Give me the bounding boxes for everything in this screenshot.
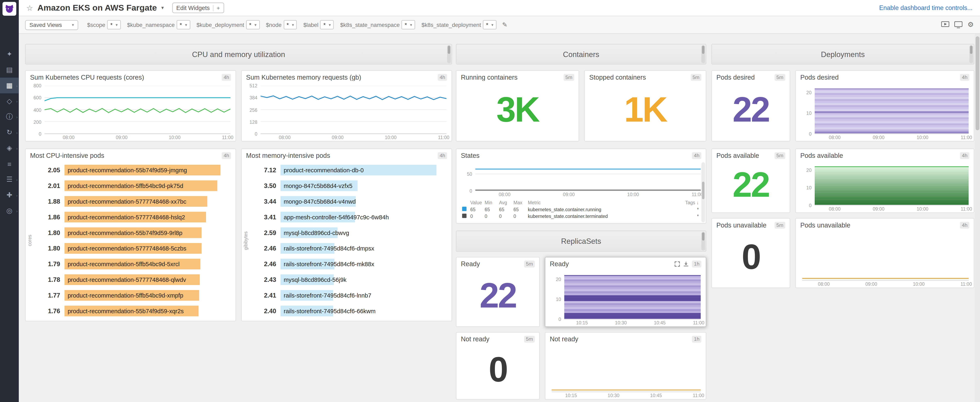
sidebar-item-security[interactable]: ✚› (0, 187, 19, 203)
y-axis (546, 348, 552, 392)
variable-value-dropdown[interactable]: *▾ (246, 20, 259, 29)
group-header-replicasets[interactable]: ReplicaSets (456, 231, 706, 252)
toplist-row[interactable]: 3.50mongo-847c5b68d4-vzfx5 (250, 180, 436, 191)
sidebar-item-apm[interactable]: ◈› (0, 140, 19, 156)
tv-mode-icon[interactable] (955, 21, 963, 28)
favorite-star-icon[interactable]: ☆ (26, 3, 33, 12)
plot-area[interactable] (261, 86, 447, 134)
group-scrollbar[interactable] (701, 232, 705, 250)
toplist-row[interactable]: 1.80product-recommendation-5777748468-5c… (34, 243, 221, 254)
plot-area[interactable] (815, 164, 969, 206)
widget-pd_qv[interactable]: Pods desired5m22 (711, 70, 790, 142)
toplist-row[interactable]: 1.88product-recommendation-5777748468-xx… (34, 196, 221, 207)
widget-pu_ts[interactable]: Pods unavailable4h08:0009:0010:0011:00 (795, 218, 975, 288)
sidebar-item-help[interactable]: ◎› (0, 203, 19, 219)
toplist-row[interactable]: 2.41rails-storefront-7495d84cf6-lnnb7 (250, 290, 436, 301)
dashboard-title[interactable]: Amazon EKS on AWS Fargate (37, 3, 157, 13)
y-tick-label: 512 (250, 83, 257, 89)
widget-pu_qv[interactable]: Pods unavailable5m0 (711, 218, 790, 288)
variable-value-dropdown[interactable]: *▾ (402, 20, 415, 29)
variable-value-dropdown[interactable]: *▾ (483, 20, 496, 29)
plot-area[interactable] (475, 164, 701, 191)
widget-ready_ts[interactable]: Ready1h0102010:1510:3010:4511:00 (545, 257, 706, 327)
sidebar-item-integrations[interactable]: ↻› (0, 124, 19, 140)
edit-widgets-button[interactable]: Edit Widgets + (172, 2, 224, 13)
presentation-mode-icon[interactable] (941, 21, 950, 28)
enable-time-controls-link[interactable]: Enable dashboard time controls... (879, 5, 972, 11)
variable-value-dropdown[interactable]: *▾ (320, 20, 334, 29)
widget-notready_qv[interactable]: Not ready5m0 (456, 332, 540, 400)
saved-views-dropdown[interactable]: Saved Views ▾ (25, 20, 78, 30)
edit-variables-pencil-icon[interactable]: ✎ (502, 21, 508, 28)
widget-pd_ts[interactable]: Pods desired4h0102008:0009:0010:0011:00 (795, 70, 975, 142)
sidebar: ✦▤▦›◇›ⓘ›↻›◈›≡☰›✚›◎› (0, 0, 19, 402)
toplist-row[interactable]: 2.59mysql-b8cd896cd-cbwvg (250, 228, 436, 238)
plot-area[interactable] (564, 273, 701, 319)
widget-cpu_requests[interactable]: Sum Kubernetes CPU requests (cores)4h020… (25, 70, 236, 142)
toplist-row[interactable]: 3.41app-mesh-controller-54f6497c9c-6w84h (250, 212, 436, 222)
chart-legend: ValueMinAvgMaxMetricTags ↓65656565kubern… (461, 199, 700, 220)
toplist-row[interactable]: 2.43mysql-b8cd896cd-56j9k (250, 274, 436, 285)
group-header-containers[interactable]: Containers (456, 44, 706, 65)
fullscreen-icon[interactable] (675, 261, 680, 266)
timeseries-chart: 0102008:0009:0010:0011:00 (796, 83, 974, 141)
toplist-row[interactable]: 7.12product-recommendation-db-0 (250, 165, 436, 175)
legend-row[interactable]: 0000kubernetes_state.container.terminate… (461, 213, 700, 220)
main-scrollbar[interactable] (975, 34, 980, 402)
widget-mem_requests[interactable]: Sum Kubernetes memory requests (gb)4h012… (241, 70, 452, 142)
variable-value-dropdown[interactable]: *▾ (107, 20, 121, 29)
sidebar-item-logs[interactable]: ☰› (0, 172, 19, 187)
toplist-row[interactable]: 2.01product-recommendation-5ffb54bc9d-pk… (34, 180, 221, 191)
plot-area[interactable] (815, 86, 969, 134)
plot-area[interactable] (45, 86, 231, 134)
datadog-logo[interactable] (2, 2, 16, 16)
legend-tags-sort[interactable]: Tags ↓ (679, 199, 700, 206)
widget-notready_ts[interactable]: Not ready1h10:1510:3010:4511:00 (545, 332, 706, 400)
variable-value-dropdown[interactable]: *▾ (283, 20, 297, 29)
toplist-row[interactable]: 1.86product-recommendation-5777748468-hs… (34, 212, 221, 222)
toplist-row[interactable]: 1.80product-recommendation-55b74f9d59-9r… (34, 228, 221, 238)
group-header-cpu-memory[interactable]: CPU and memory utilization (25, 44, 452, 65)
toplist-row[interactable]: 1.78product-recommendation-5777748468-ql… (34, 274, 221, 285)
dashboard-canvas: CPU and memory utilizationContainersDepl… (19, 34, 980, 402)
legend-row[interactable]: 65656565kubernetes_state.container.runni… (461, 206, 700, 213)
toplist-row[interactable]: 2.46rails-storefront-7495d84cf6-dmpsx (250, 243, 436, 254)
title-chevron-icon[interactable]: ▾ (161, 5, 164, 11)
sidebar-item-events[interactable]: ▤ (0, 62, 19, 78)
plot-area[interactable] (552, 348, 701, 392)
settings-gear-icon[interactable]: ⚙ (967, 21, 974, 29)
sidebar-item-monitors[interactable]: ⓘ› (0, 109, 19, 124)
group-scrollbar[interactable] (447, 45, 451, 63)
toplist-row[interactable]: 1.79product-recommendation-5ffb54bc9d-5x… (34, 258, 221, 269)
toplist-row[interactable]: 2.46rails-storefront-7495d84cf6-mk88x (250, 258, 436, 269)
group-scrollbar[interactable] (969, 45, 973, 63)
toplist-row[interactable]: 1.76product-recommendation-55b74f9d59-xq… (34, 306, 221, 316)
widget-states[interactable]: States4h05008:0009:0010:0011:00ValueMinA… (456, 148, 706, 223)
group-header-deployments[interactable]: Deployments (711, 44, 974, 65)
widget-pa_qv[interactable]: Pods available5m22 (711, 148, 790, 213)
toplist-bar-track: product-recommendation-55b74f9d59-9rl8p (65, 228, 221, 238)
widget-scrollbar[interactable] (701, 162, 705, 222)
widget-cpu_toplist[interactable]: Most CPU-intensive pods4hcores2.05produc… (25, 148, 236, 321)
sidebar-item-dashboards[interactable]: ▦› (0, 78, 19, 93)
toplist-row[interactable]: 2.40rails-storefront-7495d84cf6-66kwm (250, 306, 436, 316)
widget-ready_qv[interactable]: Ready5m22 (456, 257, 540, 327)
group-scrollbar[interactable] (701, 45, 705, 63)
sidebar-item-watchdog[interactable]: ✦ (0, 46, 19, 62)
widget-stopped[interactable]: Stopped containers5m1K (584, 70, 706, 142)
plot-area[interactable] (802, 234, 969, 281)
toplist-row[interactable]: 3.44mongo-847c5b68d4-v4nwd (250, 196, 436, 207)
toplist-row[interactable]: 1.77product-recommendation-5ffb54bc9d-xm… (34, 290, 221, 301)
toplist-row[interactable]: 2.05product-recommendation-55b74f9d59-jm… (34, 165, 221, 175)
x-tick-label: 09:00 (865, 281, 877, 287)
main-scrollbar-thumb[interactable] (975, 36, 979, 130)
sidebar-item-notebooks[interactable]: ≡ (0, 156, 19, 172)
legend-tags: * (679, 206, 700, 213)
widget-title: Sum Kubernetes CPU requests (cores) (30, 73, 219, 81)
sidebar-item-infrastructure[interactable]: ◇› (0, 93, 19, 109)
widget-pa_ts[interactable]: Pods available4h0102008:0009:0010:0011:0… (795, 148, 975, 213)
widget-running[interactable]: Running containers5m3K (456, 70, 579, 142)
export-icon[interactable] (683, 261, 689, 266)
variable-value-dropdown[interactable]: *▾ (177, 20, 190, 29)
widget-mem_toplist[interactable]: Most memory-intensive pods4hgibibytes7.1… (241, 148, 452, 321)
